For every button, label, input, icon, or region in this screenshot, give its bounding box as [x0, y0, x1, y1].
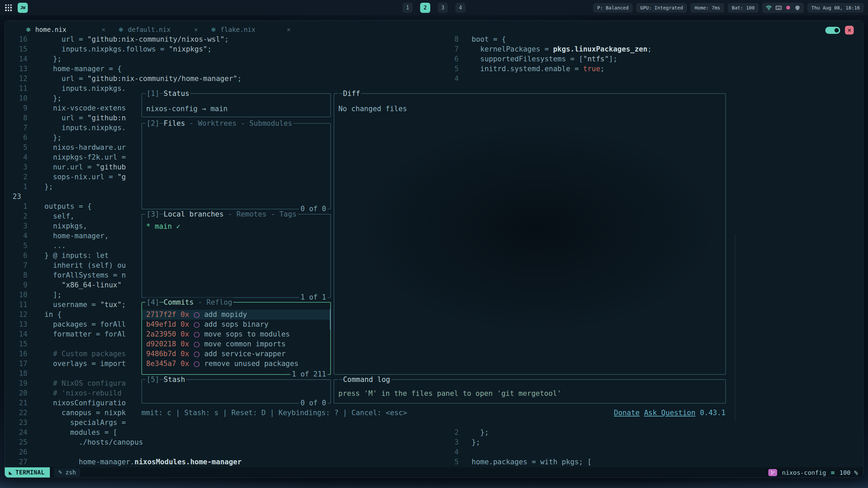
keyboard-icon[interactable] [775, 4, 782, 11]
line-number: 5 [443, 457, 459, 467]
lazygit-status-panel[interactable]: [1]─Status nixos-config → main [141, 93, 331, 117]
tab-close-icon[interactable]: × [194, 26, 198, 33]
commit-author: 0x [181, 310, 189, 320]
commit-msg: add mopidy [204, 310, 247, 320]
commit-hash: 9486b7d [146, 349, 176, 359]
code-text: url = "github:nix-community/nixos-wsl"; [44, 35, 229, 44]
line-number: 6 [443, 54, 459, 64]
commit-row[interactable]: 2a239500x○move sops to modules [142, 329, 330, 339]
commits-scrollbar[interactable] [330, 309, 331, 330]
tab-home-nix[interactable]: ❄home.nix× [26, 26, 118, 33]
code-text: initrd.systemd.enable = true; [472, 64, 605, 74]
line-number: 5 [13, 143, 27, 152]
tab-default-nix[interactable]: ❄default.nix× [118, 26, 211, 33]
code-text: nur.url = "github [44, 162, 126, 172]
code-text: }; [472, 428, 489, 438]
panel-title: [5]─Stash [145, 375, 186, 385]
code-text: nixpkgs-f2k.url = [44, 152, 126, 162]
code-text: nixpkgs, [44, 221, 87, 231]
window-toggle[interactable] [825, 27, 840, 34]
code-text: overlays = import [44, 359, 126, 369]
lazygit-branches-panel[interactable]: [3]─Local branches - Remotes - Tags * ma… [141, 214, 331, 298]
line-number: 10 [13, 290, 27, 300]
line-number: 18 [13, 369, 27, 379]
line-number: 2 [443, 428, 459, 438]
toggle-knob [834, 28, 839, 33]
donate-link[interactable]: Donate [614, 408, 640, 418]
shell-tab[interactable]: ✎ zsh [54, 468, 80, 477]
tab-close-icon[interactable]: × [102, 26, 105, 33]
line-number: 3 [13, 162, 27, 172]
system-tray [762, 3, 804, 13]
recorder-icon[interactable] [785, 5, 791, 11]
line-number: 3 [443, 438, 459, 447]
lazygit-command-log-panel[interactable]: ─Command log press 'M' in the files pane… [334, 379, 726, 404]
workspace-button-4[interactable]: 4 [455, 3, 466, 13]
commit-row[interactable]: d9202180x○move common imports [142, 339, 330, 349]
commit-row[interactable]: 8e345a70x○remove unused packages [142, 359, 330, 369]
topbar-right: P: BalancedGPU: IntegratedHome: 7msBat: … [593, 3, 864, 13]
line-number: 4 [443, 74, 459, 84]
line-number: 21 [13, 398, 27, 408]
code-line: 4 [443, 447, 592, 457]
line-number: 26 [13, 447, 27, 457]
code-text: nixos-hardware.ur [44, 143, 126, 152]
panel-number: [5] [146, 375, 159, 385]
commit-hash: 2a23950 [146, 329, 176, 339]
lazygit-commits-panel[interactable]: [4]─Commits - Reflog 2717f2f0x○add mopid… [141, 302, 331, 375]
status-pill-2: Home: 7ms [690, 3, 724, 13]
workspace-button-1[interactable]: 1 [402, 3, 413, 13]
commit-row[interactable]: b49ef1d0x○add sops binary [142, 320, 330, 329]
panel-title-dash: ─ [159, 89, 164, 99]
editor-pane-right-bottom[interactable]: 2 };3};45home.packages = with pkgs; [ [443, 428, 592, 467]
code-text: outputs = { [44, 202, 92, 211]
workspace-button-3[interactable]: 3 [438, 3, 448, 13]
tab-close-icon[interactable]: × [287, 26, 291, 33]
code-text: formatter = forAl [44, 329, 126, 339]
lazygit-stash-panel[interactable]: [5]─Stash 0 of 0 [141, 379, 331, 404]
workspace-switcher: 1234 [402, 3, 466, 13]
panel-number: [1] [146, 89, 159, 99]
window-close-button[interactable]: × [845, 26, 854, 35]
shield-icon[interactable] [794, 5, 801, 11]
panel-title-dash: ─ [159, 298, 164, 307]
code-text: inherit (self) ou [44, 261, 126, 270]
tab-flake-nix[interactable]: ❄flake.nix× [211, 26, 303, 33]
logo-badge[interactable]: JW [18, 3, 28, 13]
line-number: 27 [13, 457, 27, 467]
line-number: 23 [13, 418, 27, 428]
commit-row[interactable]: 9486b7d0x○add service-wrapper [142, 349, 330, 359]
line-number: 16 [13, 349, 27, 359]
apps-menu-icon[interactable] [4, 3, 13, 12]
code-text: self, [44, 211, 75, 221]
command-log-content: press 'M' in the files panel to open 'gi… [334, 380, 725, 399]
code-text: packages = forAll [44, 320, 126, 329]
line-number: 22 [13, 408, 27, 418]
code-line: 2 }; [443, 428, 592, 438]
commit-hash: b49ef1d [146, 320, 176, 329]
scroll-percent: 100 % [840, 469, 858, 476]
line-number: 15 [13, 339, 27, 349]
commits-count: 1 of 211 [291, 369, 328, 379]
line-number: 4 [443, 447, 459, 457]
code-text: forAllSystems = n [44, 270, 126, 280]
code-text: url = "github:n [44, 113, 126, 123]
line-number: 2 [13, 172, 27, 182]
terminal-mode-badge: ◣ TERMINAL [5, 467, 50, 477]
editor-pane-right-top[interactable]: 8boot = {7 kernelPackages = pkgs.linuxPa… [443, 35, 652, 84]
line-number: 7 [13, 261, 27, 270]
wifi-icon[interactable] [766, 4, 772, 11]
color-column-ruler [735, 234, 735, 421]
lazygit-files-panel[interactable]: [2]─Files - Worktrees - Submodules 0 of … [141, 123, 331, 209]
status-pill-0: P: Balanced [593, 3, 633, 13]
statusbar-left: ◣ TERMINAL ✎ zsh [5, 467, 80, 477]
commit-row[interactable]: 2717f2f0x○add mopidy [142, 310, 330, 320]
code-text: home-manager.nixosModules.home-manager [44, 457, 242, 467]
commit-hash: 2717f2f [146, 310, 176, 320]
panel-title: [1]─Status [145, 89, 190, 99]
ask-question-link[interactable]: Ask Question [644, 408, 695, 418]
workspace-button-2[interactable]: 2 [420, 3, 430, 13]
lazygit-diff-panel[interactable]: ─Diff No changed files [334, 93, 726, 375]
code-text: inputs.nixpkgs. [44, 123, 126, 133]
commit-node: ○ [194, 349, 200, 359]
